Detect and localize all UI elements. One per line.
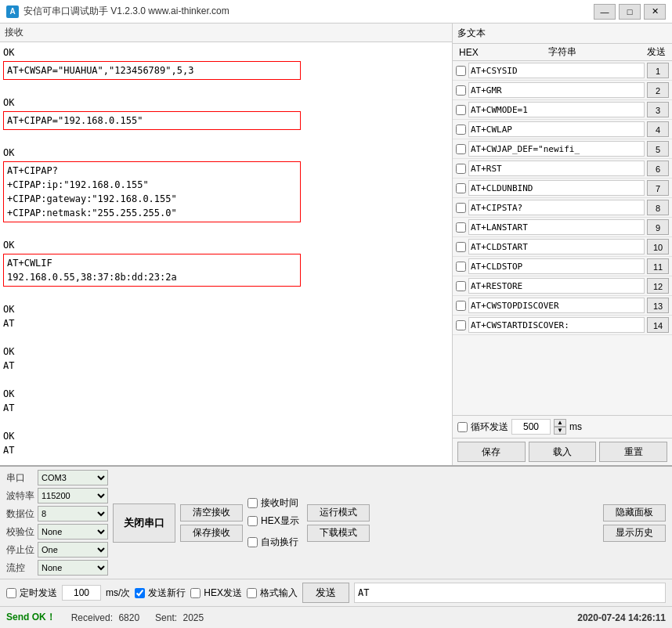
cmd-checkbox-13[interactable] <box>456 301 466 311</box>
send-input[interactable] <box>354 583 666 603</box>
spin-up-button[interactable]: ▲ <box>554 419 566 427</box>
recv-time-checkbox[interactable] <box>247 498 258 508</box>
cmd-send-btn-6[interactable]: 6 <box>647 161 669 176</box>
cmd-input-10[interactable] <box>468 239 645 254</box>
cmd-send-btn-11[interactable]: 11 <box>647 258 669 274</box>
cmd-checkbox-7[interactable] <box>456 183 466 193</box>
cmd-send-btn-10[interactable]: 10 <box>647 239 669 254</box>
sent-value: 2025 <box>182 612 204 623</box>
recv-time-label: 接收时间 <box>261 496 298 510</box>
cmd-input-7[interactable] <box>468 180 645 196</box>
receive-area[interactable]: OK AT+CWSAP="HUAHUA","123456789",5,3 OK … <box>0 42 452 465</box>
show-history-button[interactable]: 显示历史 <box>603 525 666 542</box>
timer-input[interactable] <box>62 585 101 601</box>
flow-ctrl-select[interactable]: None <box>38 560 108 576</box>
cmd-input-6[interactable] <box>468 161 645 176</box>
cmd-checkbox-3[interactable] <box>456 105 466 115</box>
cmd-send-btn-1[interactable]: 1 <box>647 63 669 78</box>
command-row-3: 3 <box>453 100 672 120</box>
cmd-send-btn-8[interactable]: 8 <box>647 200 669 215</box>
cmd-checkbox-6[interactable] <box>456 164 466 174</box>
command-row-1: 1 <box>453 61 672 81</box>
hex-send-checkbox[interactable] <box>190 588 201 598</box>
cmd-checkbox-8[interactable] <box>456 203 466 213</box>
hex-send-label: HEX发送 <box>204 586 242 600</box>
clear-receive-button[interactable]: 清空接收 <box>180 504 243 522</box>
data-bits-label: 数据位 <box>6 507 34 521</box>
baud-label: 波特率 <box>6 489 34 503</box>
command-row-2: 2 <box>453 81 672 100</box>
cmd-send-btn-4[interactable]: 4 <box>647 121 669 137</box>
cmd-input-1[interactable] <box>468 63 645 78</box>
close-button[interactable]: ✕ <box>644 4 666 20</box>
cmd-checkbox-11[interactable] <box>456 262 466 272</box>
received-value: 6820 <box>118 612 139 623</box>
app-title: 安信可串口调试助手 V1.2.3.0 www.ai-thinker.com <box>23 5 229 18</box>
flow-ctrl-label: 流控 <box>6 561 34 575</box>
load-multi-button[interactable]: 载入 <box>529 442 597 462</box>
title-bar: A 安信可串口调试助手 V1.2.3.0 www.ai-thinker.com … <box>0 0 672 23</box>
timer-unit-label: ms/次 <box>106 586 130 600</box>
parity-label: 校验位 <box>6 525 34 539</box>
baud-select[interactable]: 115200 <box>38 488 108 503</box>
cmd-input-11[interactable] <box>468 258 645 274</box>
cmd-send-btn-9[interactable]: 9 <box>647 219 669 235</box>
cmd-input-2[interactable] <box>468 82 645 98</box>
loop-send-label: 循环发送 <box>471 420 508 434</box>
timer-send-checkbox[interactable] <box>6 588 16 598</box>
cmd-checkbox-12[interactable] <box>456 281 466 291</box>
save-receive-button[interactable]: 保存接收 <box>180 525 243 542</box>
hex-display-checkbox[interactable] <box>247 516 258 526</box>
run-mode-button[interactable]: 运行模式 <box>307 504 370 522</box>
command-row-13: 13 <box>453 296 672 316</box>
cmd-checkbox-10[interactable] <box>456 242 466 252</box>
cmd-send-btn-5[interactable]: 5 <box>647 141 669 157</box>
download-mode-button[interactable]: 下载模式 <box>307 525 370 542</box>
reset-multi-button[interactable]: 重置 <box>599 442 667 462</box>
stop-bits-select[interactable]: One <box>38 542 108 558</box>
cmd-send-btn-13[interactable]: 13 <box>647 298 669 313</box>
loop-send-input[interactable] <box>511 419 551 435</box>
parity-select[interactable]: None <box>38 524 108 540</box>
cmd-input-3[interactable] <box>468 102 645 117</box>
newline-checkbox[interactable] <box>135 588 145 598</box>
cmd-input-14[interactable] <box>468 317 645 333</box>
loop-unit-label: ms <box>569 421 582 432</box>
data-bits-select[interactable]: 8 <box>38 506 108 522</box>
spin-down-button[interactable]: ▼ <box>554 427 566 435</box>
cmd-input-9[interactable] <box>468 219 645 235</box>
status-bar: Send OK！ Received: 6820 Sent: 2025 2020-… <box>0 606 672 628</box>
cmd-checkbox-1[interactable] <box>456 66 466 76</box>
command-row-5: 5 <box>453 139 672 159</box>
cmd-input-4[interactable] <box>468 121 645 137</box>
cmd-checkbox-5[interactable] <box>456 144 466 154</box>
receive-label: 接收 <box>0 23 452 42</box>
cmd-checkbox-2[interactable] <box>456 85 466 96</box>
cmd-checkbox-14[interactable] <box>456 320 466 330</box>
cmd-input-5[interactable] <box>468 141 645 157</box>
loop-send-checkbox[interactable] <box>457 422 468 432</box>
send-col-label: 发送 <box>647 45 666 59</box>
send-ok-status: Send OK！ <box>6 611 56 624</box>
save-multi-button[interactable]: 保存 <box>457 442 526 462</box>
cmd-input-13[interactable] <box>468 298 645 313</box>
cmd-send-btn-7[interactable]: 7 <box>647 180 669 196</box>
port-select[interactable]: COM3 <box>38 470 108 485</box>
command-row-8: 8 <box>453 198 672 218</box>
cmd-checkbox-9[interactable] <box>456 222 466 233</box>
maximize-button[interactable]: □ <box>619 4 641 20</box>
str-col-label: 字符串 <box>482 45 644 59</box>
open-close-port-button[interactable]: 关闭串口 <box>113 503 175 543</box>
send-button[interactable]: 发送 <box>302 583 349 603</box>
cmd-send-btn-14[interactable]: 14 <box>647 317 669 333</box>
cmd-send-btn-12[interactable]: 12 <box>647 278 669 294</box>
auto-newline-checkbox[interactable] <box>247 537 258 547</box>
cmd-send-btn-2[interactable]: 2 <box>647 82 669 98</box>
hide-panel-button[interactable]: 隐藏面板 <box>603 504 666 522</box>
fmt-input-checkbox[interactable] <box>247 588 257 598</box>
cmd-input-12[interactable] <box>468 278 645 294</box>
cmd-send-btn-3[interactable]: 3 <box>647 102 669 117</box>
cmd-checkbox-4[interactable] <box>456 125 466 135</box>
minimize-button[interactable]: — <box>594 4 616 20</box>
cmd-input-8[interactable] <box>468 200 645 215</box>
